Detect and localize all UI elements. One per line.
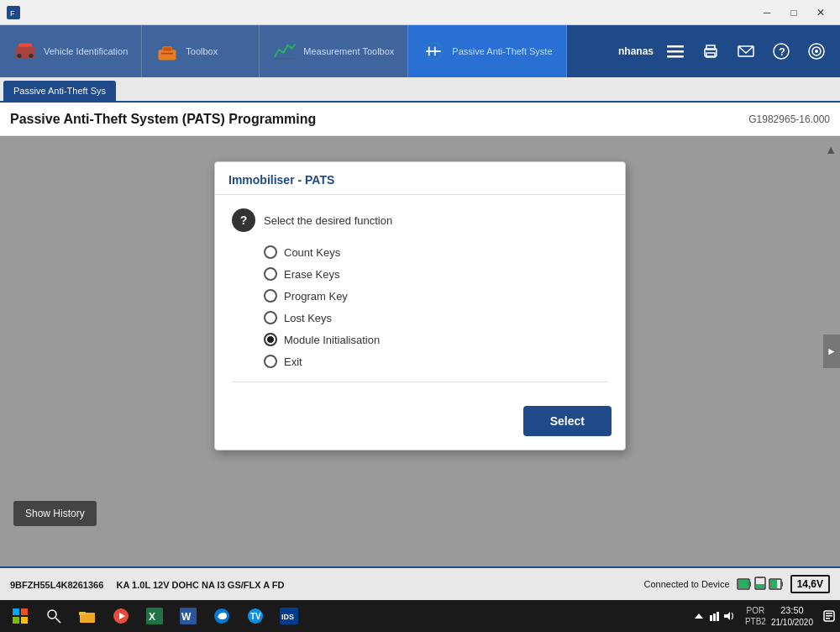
svg-rect-16 xyxy=(667,55,684,58)
dialog-title: Immobiliser - PATS xyxy=(228,173,334,187)
radio-program-key[interactable]: Program Key xyxy=(264,289,608,303)
toolbox-icon xyxy=(155,40,179,63)
select-button[interactable]: Select xyxy=(523,406,612,436)
file-explorer-icon xyxy=(79,608,96,624)
mail-icon-btn[interactable] xyxy=(732,38,759,65)
nav-tab-toolbox[interactable]: Toolbox xyxy=(142,25,260,77)
svg-rect-27 xyxy=(738,580,748,588)
print-icon-btn[interactable] xyxy=(697,38,724,65)
svg-text:W: W xyxy=(181,611,192,623)
svg-rect-28 xyxy=(749,582,751,587)
app-icon: F xyxy=(7,6,20,19)
svg-rect-33 xyxy=(770,580,777,588)
taskbar-excel-btn[interactable]: X xyxy=(139,603,170,629)
word-icon: W xyxy=(180,608,197,624)
svg-rect-58 xyxy=(717,612,719,621)
taskbar-edge-btn[interactable] xyxy=(207,603,237,629)
locale-label: POR PTB2 xyxy=(745,605,766,627)
radio-label-lost-keys: Lost Keys xyxy=(284,312,332,324)
radio-lost-keys[interactable]: Lost Keys xyxy=(264,311,608,324)
nav-bar: Vehicle Identification Toolbox Measureme… xyxy=(0,25,840,77)
menu-icon xyxy=(667,43,684,60)
taskbar-system-tray: POR PTB2 23:50 21/10/2020 xyxy=(693,604,835,627)
radio-exit[interactable]: Exit xyxy=(264,355,608,368)
svg-marker-55 xyxy=(695,614,703,619)
nav-tab-measurement[interactable]: Measurement Toolbox xyxy=(260,25,408,77)
svg-point-5 xyxy=(29,54,33,58)
time-label: 23:50 21/10/2020 xyxy=(771,604,813,627)
device-icon-1 xyxy=(737,578,752,590)
svg-line-40 xyxy=(55,618,60,623)
nav-tab-pats[interactable]: Passive Anti-Theft Syste xyxy=(408,25,566,77)
media-icon xyxy=(113,608,129,624)
main-area: ▲ Immobiliser - PATS ? Select the desire… xyxy=(0,136,840,566)
page-title: Passive Anti-Theft System (PATS) Program… xyxy=(10,112,316,127)
svg-rect-43 xyxy=(79,612,86,615)
maximize-button[interactable]: □ xyxy=(781,4,806,21)
dialog-body: ? Select the desired function Count Keys… xyxy=(215,195,625,406)
username-label: nhanas xyxy=(618,45,654,57)
signal-icon-btn[interactable] xyxy=(803,38,830,65)
svg-rect-18 xyxy=(706,45,715,50)
show-history-button[interactable]: Show History xyxy=(13,501,97,526)
menu-icon-btn[interactable] xyxy=(662,38,689,65)
svg-rect-7 xyxy=(163,47,172,51)
status-bar: 9BFZH55L4K8261366 KA 1.0L 12V DOHC NA I3… xyxy=(0,566,840,600)
mail-icon xyxy=(738,43,754,60)
radio-count-keys[interactable]: Count Keys xyxy=(264,245,608,259)
radio-erase-keys[interactable]: Erase Keys xyxy=(264,267,608,281)
device-status-icons xyxy=(737,577,784,592)
title-bar: F ─ □ ✕ xyxy=(0,0,840,25)
svg-marker-59 xyxy=(724,612,730,620)
tab-strip: Passive Anti-Theft Sys xyxy=(0,77,840,103)
start-button[interactable] xyxy=(5,603,35,629)
device-icon-3 xyxy=(769,578,784,590)
svg-rect-8 xyxy=(161,53,173,55)
help-icon: ? xyxy=(773,43,790,60)
taskbar-teamviewer-btn[interactable]: TV xyxy=(240,603,270,629)
svg-text:?: ? xyxy=(779,45,785,58)
radio-module-init[interactable]: Module Initialisation xyxy=(264,333,608,346)
notification-icon[interactable] xyxy=(823,610,835,622)
help-icon-btn[interactable]: ? xyxy=(768,38,795,65)
taskbar-file-explorer[interactable] xyxy=(72,603,102,629)
device-icon-2 xyxy=(754,577,766,592)
nav-tab-vehicle-id[interactable]: Vehicle Identification xyxy=(0,25,142,77)
nav-tab-toolbox-label: Toolbox xyxy=(186,46,218,56)
taskbar-media-btn[interactable] xyxy=(106,603,136,629)
radio-circle-program-key xyxy=(264,289,277,303)
tray-up-arrow-icon[interactable] xyxy=(693,610,705,622)
dialog-header: Immobiliser - PATS xyxy=(215,162,625,195)
svg-rect-19 xyxy=(706,53,715,57)
dialog-footer: Select xyxy=(215,406,625,450)
dialog: Immobiliser - PATS ? Select the desired … xyxy=(214,161,626,450)
svg-point-25 xyxy=(815,50,818,53)
radio-label-erase-keys: Erase Keys xyxy=(284,268,339,281)
show-history-container: Show History xyxy=(13,501,97,526)
print-icon xyxy=(702,43,719,60)
side-expand-arrow[interactable]: ► xyxy=(823,334,840,368)
fordids-icon: IDS xyxy=(280,608,298,624)
radio-circle-count-keys xyxy=(264,245,277,259)
vin-label: 9BFZH55L4K8261366 KA 1.0L 12V DOHC NA I3… xyxy=(10,580,284,590)
svg-text:X: X xyxy=(149,611,155,623)
radio-label-program-key: Program Key xyxy=(284,290,348,303)
svg-text:F: F xyxy=(10,9,15,18)
radio-label-module-init: Module Initialisation xyxy=(284,334,380,346)
taskbar-word-btn[interactable]: W xyxy=(173,603,203,629)
taskbar-search-btn[interactable] xyxy=(39,603,69,629)
svg-text:TV: TV xyxy=(250,612,261,621)
close-button[interactable]: ✕ xyxy=(808,4,833,21)
scroll-up-arrow[interactable]: ▲ xyxy=(825,143,837,156)
svg-rect-14 xyxy=(667,45,684,48)
taskbar-fordids-btn[interactable]: IDS xyxy=(274,603,304,629)
page-header: Passive Anti-Theft System (PATS) Program… xyxy=(0,103,840,136)
teamviewer-icon: TV xyxy=(247,608,264,624)
svg-text:IDS: IDS xyxy=(281,613,294,621)
tab-pats[interactable]: Passive Anti-Theft Sys xyxy=(3,81,116,101)
network-icon xyxy=(708,610,720,622)
svg-point-4 xyxy=(17,54,21,58)
radio-label-count-keys: Count Keys xyxy=(284,246,340,259)
minimize-button[interactable]: ─ xyxy=(754,4,780,21)
title-bar-controls: ─ □ ✕ xyxy=(754,4,833,21)
